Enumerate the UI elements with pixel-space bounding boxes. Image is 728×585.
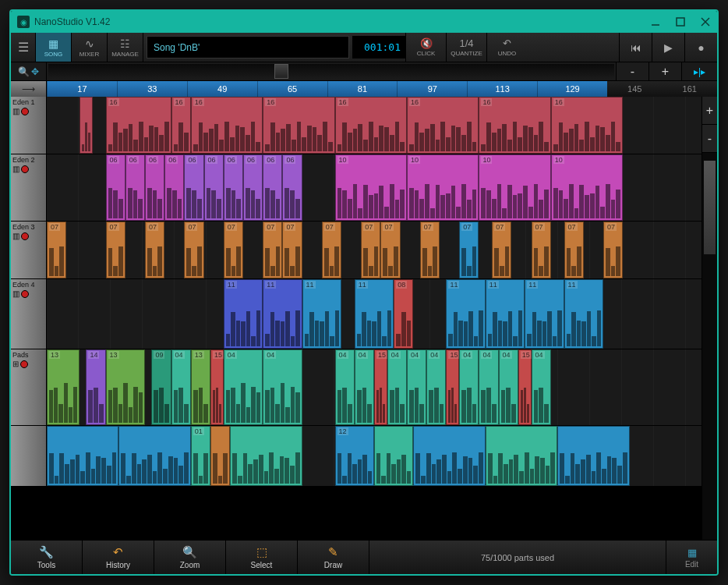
clip[interactable]: 04 [499,349,518,425]
clip[interactable]: 11 [486,279,525,349]
select-button[interactable]: ⬚Select [226,541,298,574]
clip[interactable]: 16 [106,97,171,154]
clip[interactable]: 04 [387,349,407,425]
clip[interactable] [210,426,230,486]
timeline-ruler-dark[interactable]: 145161 [607,81,717,97]
track-header[interactable]: Pads⊞ [11,349,47,425]
horizontal-scrollbar[interactable] [48,64,614,79]
clip[interactable] [47,426,118,486]
draw-button[interactable]: ✎Draw [298,541,369,574]
clip[interactable]: 06 [224,154,243,221]
ruler-tick[interactable]: 49 [187,81,257,97]
maximize-button[interactable] [675,16,686,27]
clip[interactable]: 06 [263,154,282,221]
ruler-tick[interactable]: 161 [663,81,718,97]
zoom-button[interactable]: 🔍Zoom [154,541,226,574]
clip[interactable] [374,426,413,486]
clip[interactable]: 15 [518,349,532,425]
clip[interactable]: 10 [335,154,407,221]
record-arm-button[interactable] [20,360,28,368]
clip[interactable]: 07 [420,222,440,278]
clip[interactable]: 11 [263,279,302,349]
clip[interactable]: 11 [564,279,603,349]
record-arm-button[interactable] [21,232,29,240]
ruler-tick[interactable]: 97 [397,81,467,97]
track-lane[interactable]: 0112 [47,426,701,486]
record-arm-button[interactable] [21,108,29,115]
clip[interactable]: 16 [479,97,550,154]
track-header[interactable] [11,426,47,486]
clip[interactable] [118,426,190,486]
record-button[interactable]: ● [684,33,717,62]
clip[interactable]: 11 [355,279,394,349]
clip[interactable]: 16 [191,97,263,154]
clip[interactable] [413,426,485,486]
clip[interactable]: 06 [164,154,184,221]
mixer-mode-button[interactable]: ∿MIXER [72,33,108,62]
track-lane[interactable]: 111111110811111111 [47,279,701,349]
clip[interactable]: 10 [479,154,550,221]
ruler-tick[interactable]: 113 [467,81,537,97]
clip[interactable]: 04 [407,349,426,425]
ruler-tick[interactable]: 145 [607,81,663,97]
clip[interactable]: 16 [551,97,623,154]
quantize-button[interactable]: 1/4QUANTIZE [446,33,486,62]
clip[interactable]: 06 [106,154,125,221]
edit-button[interactable]: ▦Edit [666,541,717,574]
track-header[interactable]: Eden 4▥ [11,279,47,349]
clip[interactable]: 07 [603,222,623,278]
clip[interactable]: 15 [446,349,459,425]
clip[interactable]: 06 [243,154,263,221]
vertical-zoom-in-button[interactable]: + [702,97,717,125]
clip[interactable]: 06 [145,154,164,221]
clip[interactable]: 07 [47,222,66,278]
ruler-tick[interactable]: 81 [327,81,398,97]
timecode-display[interactable]: 001:01 [352,36,405,58]
zoom-out-button[interactable]: - [616,62,648,80]
rewind-button[interactable]: ⏮ [619,33,652,62]
clip[interactable]: 04 [459,349,479,425]
clip[interactable]: 07 [564,222,584,278]
clip[interactable]: 08 [394,279,413,349]
clip[interactable]: 04 [171,349,191,425]
clip[interactable] [230,426,302,486]
clip[interactable]: 07 [322,222,341,278]
ruler-tick[interactable]: 65 [257,81,327,97]
clip[interactable]: 01 [191,426,210,486]
clip[interactable]: 04 [479,349,498,425]
clip[interactable]: 07 [459,222,479,278]
minimize-button[interactable] [650,16,661,27]
clip[interactable]: 16 [263,97,334,154]
menu-button[interactable]: ☰ [11,33,36,62]
clip[interactable] [80,97,93,154]
clip[interactable]: 16 [407,97,479,154]
clip[interactable]: 11 [224,279,263,349]
history-button[interactable]: ↶History [83,541,154,574]
clip[interactable]: 11 [302,279,341,349]
clip[interactable]: 04 [335,349,355,425]
clip[interactable]: 04 [532,349,551,425]
tools-button[interactable]: 🔧Tools [11,541,83,574]
clip[interactable]: 07 [263,222,282,278]
track-header[interactable]: Eden 2▥ [11,154,47,221]
timeline-ruler[interactable]: 173349658197113129 [47,81,607,97]
clip[interactable]: 15 [374,349,387,425]
song-name-display[interactable]: Song 'DnB' [147,36,349,58]
clip[interactable]: 07 [380,222,400,278]
clip[interactable]: 16 [171,97,191,154]
clip[interactable]: 14 [86,349,105,425]
clip[interactable]: 04 [426,349,446,425]
loop-button[interactable]: ▸|▸ [681,62,717,80]
manage-mode-button[interactable]: ☷MANAGE [108,33,143,62]
clip[interactable]: 13 [47,349,80,425]
clip[interactable]: 07 [106,222,125,278]
clip[interactable]: 06 [282,154,302,221]
clip[interactable]: 10 [551,154,623,221]
track-header[interactable]: Eden 3▥ [11,222,47,278]
clip[interactable]: 07 [282,222,302,278]
clip[interactable]: 06 [125,154,145,221]
clip[interactable]: 07 [224,222,243,278]
record-arm-button[interactable] [21,165,29,173]
close-button[interactable] [700,16,711,27]
track-lane[interactable]: 0606060606060606060610101010 [47,154,701,221]
